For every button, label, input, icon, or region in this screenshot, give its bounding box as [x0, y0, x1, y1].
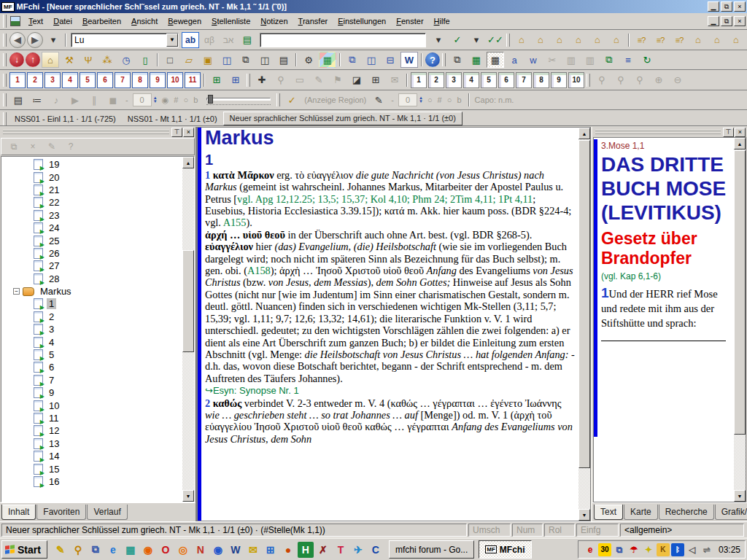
tab-grafiktabelle[interactable]: Grafik/Tabelle — [715, 505, 747, 520]
table-export-button[interactable]: ▦ — [487, 52, 504, 68]
help-button[interactable]: ? — [425, 52, 440, 67]
selection-marquee-button[interactable]: ▭ — [291, 72, 309, 88]
notes-doc-button[interactable]: ▤ — [9, 92, 27, 108]
history-dropdown-button[interactable]: ▾ — [44, 32, 62, 48]
save-all-button[interactable]: ◫ — [256, 52, 274, 68]
search-list-button-3[interactable]: ≡? — [670, 32, 688, 48]
tree-scrollbar[interactable]: ▲ ▼ — [182, 157, 194, 502]
pin-icon[interactable]: ⊤ — [723, 128, 734, 137]
open-folder-button[interactable]: ▣ — [199, 52, 217, 68]
tempo-slider[interactable] — [206, 95, 271, 105]
new-collection-icon[interactable]: ⧉ — [5, 139, 23, 155]
window-preset-11-button[interactable]: 11 — [185, 72, 201, 88]
word-icon[interactable]: W — [228, 542, 244, 558]
table-preset-3-button[interactable]: 3 — [446, 72, 462, 88]
commentary-content[interactable]: Markus 1 1 κατὰ Μᾶρκον erg. τὸ εὐαγγέλιο… — [205, 129, 576, 521]
bible-panel-grabber[interactable]: ⊤ × — [592, 127, 747, 137]
child-minimize-button[interactable]: ▁ — [708, 16, 719, 26]
scroll-up-button[interactable]: ▲ — [734, 138, 746, 149]
tree-item-6[interactable]: 6 — [1, 361, 182, 373]
region-pen-button[interactable]: ✎ — [370, 92, 387, 108]
text-export-button[interactable]: a — [506, 52, 523, 68]
zoom-pan-button[interactable]: ⚲ — [593, 72, 611, 88]
table-preset-6-button[interactable]: 6 — [498, 72, 514, 88]
transpose-spinner[interactable]: 0▲▼ — [133, 93, 158, 106]
clock-app-icon[interactable]: C — [368, 542, 384, 558]
tree-item-2[interactable]: 2 — [1, 311, 182, 323]
tree-item-26[interactable]: 26 — [1, 247, 182, 260]
zoom-off-button[interactable]: ⚲ — [631, 72, 649, 88]
table-preset-4-button[interactable]: 4 — [463, 72, 479, 88]
tree-item-markus[interactable]: −Markus — [1, 285, 182, 298]
list-view-button[interactable]: ≡ — [619, 52, 637, 68]
window-preset-7-button[interactable]: 7 — [115, 72, 131, 88]
dictionaries-icon[interactable]: ▤ — [239, 32, 256, 48]
capo-spinner-buttons[interactable]: ▲▼ — [419, 96, 423, 104]
pin-icon[interactable]: ⊤ — [171, 128, 182, 137]
t-app-icon[interactable]: T — [333, 542, 349, 558]
word-export-button[interactable]: W — [400, 52, 418, 68]
window-preset-1-button[interactable]: 1 — [9, 72, 26, 88]
search-list-button-2[interactable]: ≡? — [651, 32, 669, 48]
mail-icon[interactable]: ✉ — [245, 542, 261, 558]
greek-text-button[interactable]: αβ — [201, 32, 218, 48]
usb-icon[interactable]: ⇌ — [700, 543, 713, 556]
toolbar-grip[interactable] — [3, 93, 7, 106]
close-panel-icon[interactable]: × — [183, 128, 194, 137]
tabbar-grip[interactable] — [3, 112, 7, 125]
menu-bearbeiten[interactable]: Bearbeiten — [77, 15, 126, 28]
home-button-5[interactable]: ⌂ — [589, 32, 606, 48]
window-preset-8-button[interactable]: 8 — [132, 72, 148, 88]
copy-button[interactable]: ⧉ — [449, 52, 466, 68]
window-cascade-button[interactable]: ⧉ — [344, 52, 361, 68]
online-update-button[interactable]: ↑ — [26, 52, 40, 67]
word-doc-export-button[interactable]: w — [525, 52, 542, 68]
stop-button[interactable]: ◼ — [104, 92, 122, 108]
toolbar-grip[interactable] — [3, 34, 7, 47]
close-panel-icon[interactable]: × — [735, 128, 746, 137]
tempo-slider-thumb[interactable] — [208, 95, 213, 104]
menu-datei[interactable]: Datei — [48, 15, 77, 28]
window-preset-10-button[interactable]: 10 — [167, 72, 183, 88]
flag-button[interactable]: ⚑ — [329, 72, 347, 88]
antivirus-umbrella-icon[interactable]: ☂ — [627, 543, 640, 556]
bible-text-content[interactable]: 3.Mose 1,1 DAS DRITTE BUCH MOSE (LEVITIK… — [601, 139, 731, 502]
commentary-scrollbar[interactable]: ▲ ▼ — [578, 128, 590, 521]
tab-text[interactable]: Text — [594, 505, 623, 520]
envelope-check-button[interactable]: ✉ — [386, 72, 403, 88]
tree-item-19[interactable]: 19 — [1, 158, 182, 171]
save-copy-button[interactable]: ⧉ — [237, 52, 255, 68]
verse-list-button[interactable]: ≔ — [28, 92, 46, 108]
toolbar-grip[interactable] — [506, 34, 510, 47]
go-button[interactable]: ✓ — [449, 32, 466, 48]
table-preset-1-button[interactable]: 1 — [411, 72, 427, 88]
spin-down-icon[interactable]: ▼ — [153, 100, 158, 104]
tree-item-4[interactable]: 4 — [1, 335, 182, 348]
menu-transfer[interactable]: Transfer — [293, 15, 333, 28]
table-preset-2-button[interactable]: 2 — [428, 72, 444, 88]
paste-special-button[interactable]: ▥ — [581, 52, 599, 68]
tree-item-11[interactable]: 11 — [1, 412, 182, 424]
capo-spinner[interactable]: 0▲▼ — [398, 93, 423, 106]
key-tray-icon[interactable]: ✦ — [642, 543, 655, 556]
cut-button[interactable]: ✂ — [543, 52, 561, 68]
firefox-icon[interactable]: ◉ — [140, 542, 156, 558]
search-icon[interactable]: ⚲ — [70, 542, 86, 558]
collapse-icon[interactable]: − — [13, 288, 20, 295]
pause-button[interactable]: ∥ — [85, 92, 103, 108]
child-restore-button[interactable]: ⧉ — [721, 16, 732, 26]
menu-ansicht[interactable]: Ansicht — [126, 15, 163, 28]
window-preset-4-button[interactable]: 4 — [62, 72, 78, 88]
window-preset-2-button[interactable]: 2 — [27, 72, 43, 88]
back-button[interactable]: ◀ — [9, 32, 26, 48]
toolbar-grip[interactable] — [247, 74, 250, 87]
internet-explorer-icon[interactable]: e — [105, 542, 121, 558]
tree-item-25[interactable]: 25 — [1, 234, 182, 246]
tree-item-10[interactable]: 10 — [1, 399, 182, 411]
toolbar-grip[interactable] — [3, 74, 7, 87]
save-button[interactable]: ◫ — [218, 52, 236, 68]
midi-note-button[interactable]: ♪ — [47, 92, 65, 108]
tree-item-28[interactable]: 28 — [1, 273, 182, 285]
scroll-thumb[interactable] — [182, 250, 194, 352]
home-button-6[interactable]: ⌂ — [608, 32, 625, 48]
